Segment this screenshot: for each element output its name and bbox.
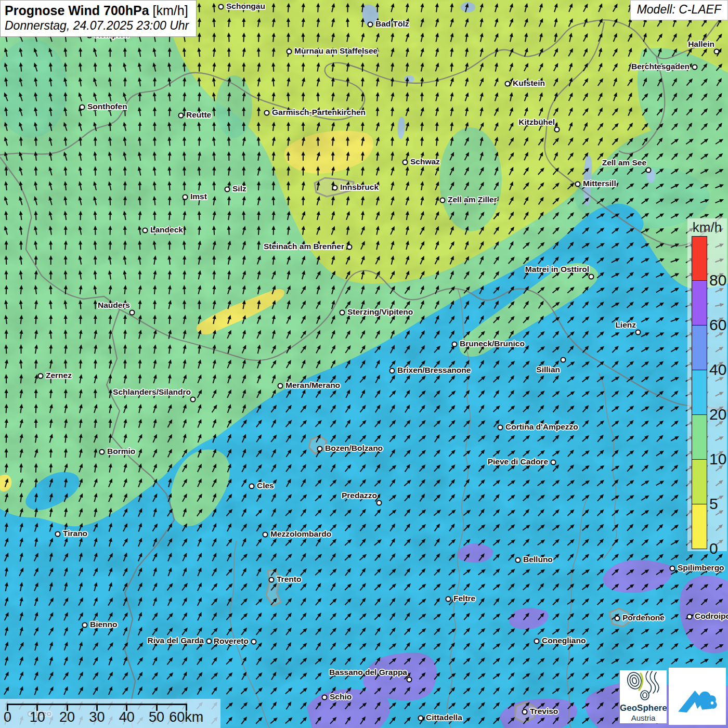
city-label: Cortina d'Ampezzo xyxy=(505,422,578,432)
city-marker xyxy=(269,577,275,583)
city-marker xyxy=(129,310,135,316)
city-label: Meran/Merano xyxy=(285,381,340,390)
city-marker xyxy=(687,614,693,620)
city-label: Garmisch-Partenkirchen xyxy=(272,108,366,117)
city-label: Pordenone xyxy=(622,613,665,622)
city-label: Nauders xyxy=(98,301,130,310)
city-marker xyxy=(402,160,408,165)
wind-speed-legend: km/h 806040201050 xyxy=(687,218,727,551)
city-label: Zell am Ziller xyxy=(448,195,497,204)
legend-segment xyxy=(692,504,707,549)
city-marker xyxy=(554,127,560,133)
city-label: Sterzing/Vipiteno xyxy=(347,307,413,317)
geosphere-name: GeoSphere xyxy=(620,703,667,713)
city-marker xyxy=(389,368,395,374)
geosphere-country: Austria xyxy=(620,713,667,722)
city-label: Spilimbergo xyxy=(678,563,724,573)
city-label: Schwaz xyxy=(410,157,440,166)
city-label: Schio xyxy=(330,692,352,701)
scale-bar-label: 40 xyxy=(119,709,135,725)
city-marker xyxy=(440,198,446,203)
city-marker xyxy=(38,373,44,379)
city-label: Sillian xyxy=(536,365,560,374)
city-marker xyxy=(368,22,373,28)
map-title-main: Prognose Wind 700hPa xyxy=(5,3,149,18)
legend-segment xyxy=(692,460,707,504)
city-label: Treviso xyxy=(530,707,558,716)
city-label: Codroipo xyxy=(695,612,728,621)
city-marker xyxy=(183,194,188,200)
city-marker xyxy=(646,167,652,173)
city-marker xyxy=(714,49,720,55)
city-marker xyxy=(99,449,105,455)
city-label: Mittersill xyxy=(583,179,616,188)
city-label: Bozen/Bolzano xyxy=(325,444,383,453)
legend-tick-label: 40 xyxy=(709,361,726,379)
city-marker xyxy=(635,330,641,335)
city-label: Feltre xyxy=(453,594,475,603)
city-marker xyxy=(498,425,503,431)
city-marker xyxy=(551,460,556,465)
city-label: Silz xyxy=(232,184,246,193)
partner-logo xyxy=(669,668,726,725)
legend-segment xyxy=(692,370,707,415)
city-marker xyxy=(287,49,292,55)
city-label: Reutte xyxy=(186,110,211,120)
city-label: Bruneck/Brunico xyxy=(460,339,525,348)
city-label: Berchtesgaden xyxy=(631,62,690,71)
city-marker xyxy=(561,357,566,363)
city-marker xyxy=(190,397,196,402)
scale-bar-label: 20 xyxy=(59,709,75,725)
city-label: Zernez xyxy=(46,371,72,380)
map-title-unit: [km/h] xyxy=(149,3,188,18)
city-label: Innsbruck xyxy=(340,183,379,192)
legend-tick-label: 10 xyxy=(709,450,726,468)
legend-tick-label: 80 xyxy=(709,271,726,289)
city-label: Predazzo xyxy=(342,491,377,500)
city-label: Riva del Garda xyxy=(147,636,204,645)
city-marker xyxy=(670,566,675,571)
city-label: Imst xyxy=(190,192,207,201)
city-label: Brixen/Bressanone xyxy=(397,366,471,375)
city-marker xyxy=(522,709,528,715)
city-marker xyxy=(264,110,270,116)
city-label: Sonthofen xyxy=(87,102,127,111)
map-title-box: Prognose Wind 700hPa [km/h] Donnerstag, … xyxy=(0,0,197,37)
legend-segment xyxy=(692,326,707,370)
city-label: Rovereto xyxy=(214,636,249,646)
city-marker xyxy=(575,181,581,187)
city-label: Zell am See xyxy=(602,158,646,167)
city-label: Bad Tölz xyxy=(375,19,409,29)
city-marker xyxy=(534,639,540,644)
model-label: Modell: C-LAEF xyxy=(630,0,728,20)
city-marker xyxy=(142,228,148,233)
scale-bar-label: 50 xyxy=(149,709,164,725)
map-subtitle: Donnerstag, 24.07.2025 23:00 Uhr xyxy=(5,19,189,33)
city-marker xyxy=(249,484,255,489)
city-marker xyxy=(251,639,257,645)
city-marker xyxy=(218,4,224,10)
legend-tick-label: 60 xyxy=(709,316,726,334)
city-label: Kitzbühel xyxy=(518,118,555,127)
city-label: Tirano xyxy=(63,529,87,538)
legend-tick-label: 5 xyxy=(709,495,718,513)
city-marker xyxy=(263,532,268,538)
city-marker xyxy=(317,446,323,452)
city-marker xyxy=(206,639,212,644)
city-label: Bienno xyxy=(90,620,118,629)
city-label: Kufstein xyxy=(513,79,545,88)
city-label: Hallein xyxy=(688,40,714,49)
city-marker xyxy=(322,695,328,700)
scale-bar-label: 30 xyxy=(89,709,105,725)
city-label: Cittadella xyxy=(426,713,462,722)
city-label: Mezzolombardo xyxy=(270,529,331,539)
city-marker xyxy=(225,187,230,192)
city-marker xyxy=(278,383,283,389)
city-label: Schlanders/Silandro xyxy=(113,387,191,397)
map-title: Prognose Wind 700hPa [km/h] xyxy=(5,3,189,19)
city-label: Murnau am Staffelsee xyxy=(294,46,378,56)
city-label: Schongau xyxy=(226,2,265,11)
city-marker xyxy=(515,557,521,563)
scale-bar-label: 0 xyxy=(4,709,11,725)
city-marker xyxy=(418,716,424,721)
